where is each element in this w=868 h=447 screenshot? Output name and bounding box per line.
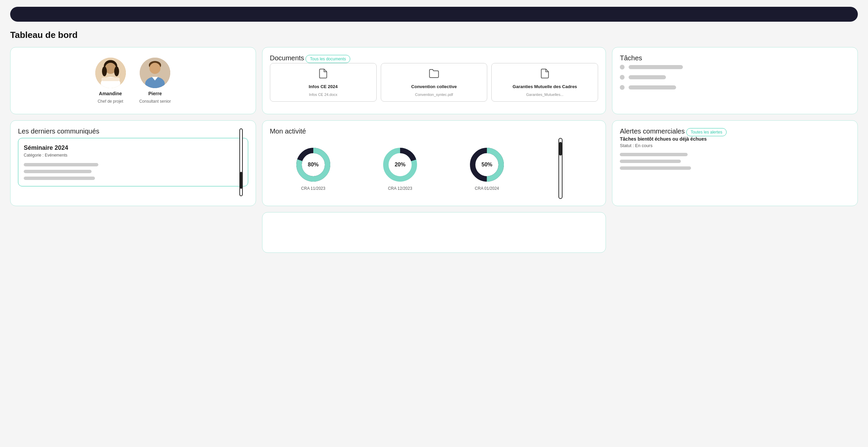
chart-item-0: 80% CRA 11/2023	[295, 146, 332, 191]
documents-title: Documents	[270, 54, 304, 62]
scrollbar-activite-wrapper	[558, 138, 563, 199]
svg-rect-8	[101, 78, 120, 81]
alertes-header: Alertes commerciales Toutes les alertes	[620, 127, 850, 136]
chart-caption-1: CRA 12/2023	[388, 186, 412, 191]
member-role-amandine: Chef de projet	[98, 99, 123, 104]
alerte-bar-0	[620, 153, 688, 156]
alerte-bar-2	[620, 166, 691, 170]
content-bar-0	[24, 163, 98, 166]
donut-label-0: 80%	[308, 162, 319, 168]
scrollbar-activite[interactable]	[558, 138, 563, 199]
scrollbar-thumb-communiques	[240, 172, 242, 189]
alertes-status: Statut : En cours	[620, 143, 850, 148]
communique-item-cat: Catégorie : Evénements	[24, 153, 242, 158]
communique-content-bars	[24, 163, 242, 180]
task-bar-1	[629, 75, 666, 79]
alerte-bar-1	[620, 160, 681, 163]
doc-item-2[interactable]: Garanties Mutuelle des Cadres Garanties_…	[491, 63, 598, 102]
toutes-alertes-button[interactable]: Toutes les alertes	[686, 128, 727, 136]
activite-card: Mon activité 80% CRA 11/2023	[262, 120, 606, 206]
top-bar	[10, 7, 858, 22]
svg-point-6	[114, 66, 119, 76]
chart-item-1: 20% CRA 12/2023	[381, 146, 419, 191]
task-item-0	[620, 65, 850, 69]
scrollbar-thumb-activite	[559, 142, 562, 156]
doc-item-0[interactable]: Infos CE 2024 Infos CE 24.docx	[270, 63, 377, 102]
content-bar-1	[24, 170, 92, 173]
doc-icon-0	[274, 68, 373, 81]
alertes-card: Alertes commerciales Toutes les alertes …	[612, 120, 858, 206]
svg-point-5	[102, 66, 106, 76]
donut-label-1: 20%	[395, 162, 406, 168]
member-name-amandine: Amandine	[99, 91, 122, 96]
communiques-card: Les derniers communiqués Séminaire 2024 …	[10, 120, 256, 206]
chart-caption-0: CRA 11/2023	[301, 186, 325, 191]
task-item-2	[620, 85, 850, 90]
doc-filename-1: Convention_syntec.pdf	[384, 93, 484, 97]
donut-label-2: 50%	[481, 162, 492, 168]
member-name-pierre: Pierre	[149, 91, 162, 96]
taches-title: Tâches	[620, 54, 642, 62]
alerte-bars	[620, 153, 850, 170]
svg-point-13	[150, 63, 160, 74]
doc-icon-2	[495, 68, 594, 81]
documents-header: Documents Tous les documents	[270, 54, 598, 63]
doc-name-0: Infos CE 2024	[274, 84, 373, 90]
documents-grid: Infos CE 2024 Infos CE 24.docx Conventio…	[270, 63, 598, 102]
activite-title: Mon activité	[270, 127, 306, 135]
dashboard-grid: Amandine Chef de projet Pierre	[10, 47, 858, 253]
task-bar-2	[629, 85, 676, 89]
donut-0: 80%	[295, 146, 332, 183]
chart-item-2: 50% CRA 01/2024	[468, 146, 506, 191]
donut-2: 50%	[468, 146, 506, 183]
task-dot-2	[620, 85, 625, 90]
task-bar-0	[629, 65, 683, 69]
donut-1: 20%	[381, 146, 419, 183]
alertes-title: Alertes commerciales	[620, 127, 685, 135]
team-member-pierre: Pierre Consultant senior	[139, 58, 171, 104]
bottom-card	[262, 212, 606, 253]
team-member-amandine: Amandine Chef de projet	[95, 58, 126, 104]
member-role-pierre: Consultant senior	[139, 99, 171, 104]
doc-filename-0: Infos CE 24.docx	[274, 93, 373, 97]
task-item-1	[620, 75, 850, 80]
tasks-list	[620, 62, 850, 90]
communiques-wrapper: Séminaire 2024 Catégorie : Evénements	[18, 138, 248, 186]
task-dot-1	[620, 75, 625, 80]
chart-caption-2: CRA 01/2024	[475, 186, 499, 191]
taches-card: Tâches	[612, 47, 858, 114]
team-card: Amandine Chef de projet Pierre	[10, 47, 256, 114]
communique-item-title: Séminaire 2024	[24, 144, 242, 151]
doc-filename-2: Garanties_Mutuelles...	[495, 93, 594, 97]
documents-card: Documents Tous les documents Infos CE 20…	[262, 47, 606, 114]
avatar-amandine	[95, 58, 126, 88]
content-bar-2	[24, 177, 95, 180]
task-dot-0	[620, 65, 625, 69]
doc-name-1: Convention collective	[384, 84, 484, 90]
page-title: Tableau de bord	[10, 30, 858, 40]
alertes-subtitle: Tâches bientôt échues ou déjà échues	[620, 136, 850, 142]
doc-item-1[interactable]: Convention collective Convention_syntec.…	[381, 63, 488, 102]
communiques-title: Les derniers communiqués	[18, 127, 99, 135]
doc-name-2: Garanties Mutuelle des Cadres	[495, 84, 594, 90]
doc-icon-1	[384, 68, 484, 81]
communique-inner: Séminaire 2024 Catégorie : Evénements	[18, 138, 248, 186]
avatar-pierre	[140, 58, 170, 88]
scrollbar-communiques[interactable]	[239, 128, 243, 196]
tous-documents-button[interactable]: Tous les documents	[305, 55, 350, 63]
charts-row: 80% CRA 11/2023 20% CRA 12/2023	[270, 135, 598, 199]
